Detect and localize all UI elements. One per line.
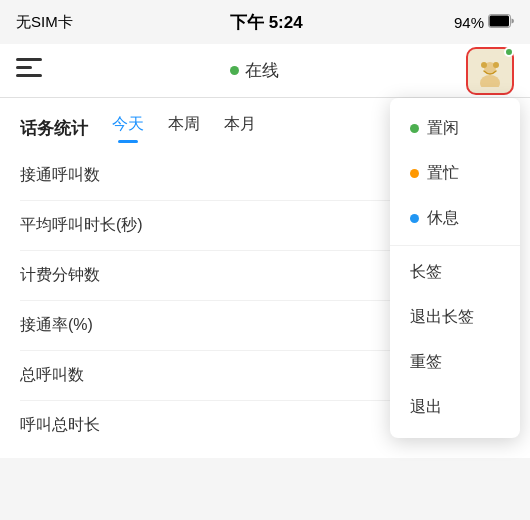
stat-label-connect-rate: 接通率(%) <box>20 315 93 336</box>
dropdown-item-rest[interactable]: 休息 <box>390 196 520 241</box>
svg-point-8 <box>493 62 499 68</box>
menu-icon[interactable] <box>16 58 42 84</box>
section-title: 话务统计 <box>20 117 88 140</box>
svg-point-9 <box>481 62 487 68</box>
tab-today[interactable]: 今天 <box>112 114 144 143</box>
status-bar: 无SIM卡 下午 5:24 94% <box>0 0 530 44</box>
avatar-button[interactable] <box>466 47 514 95</box>
battery-label: 94% <box>454 14 484 31</box>
resign-label: 重签 <box>410 352 442 373</box>
dropdown-divider-1 <box>390 245 520 246</box>
busy-dot <box>410 169 419 178</box>
avatar-status-dot <box>504 47 514 57</box>
dropdown-item-long-sign[interactable]: 长签 <box>390 250 520 295</box>
exit-label: 退出 <box>410 397 442 418</box>
busy-label: 置忙 <box>427 163 459 184</box>
online-label: 在线 <box>245 59 279 82</box>
exit-long-sign-label: 退出长签 <box>410 307 474 328</box>
svg-rect-1 <box>489 15 509 26</box>
tab-month[interactable]: 本月 <box>224 114 256 143</box>
status-time: 下午 5:24 <box>230 11 303 34</box>
rest-dot <box>410 214 419 223</box>
battery-icon <box>488 14 514 31</box>
dropdown-menu: 置闲 置忙 休息 长签 退出长签 重签 退出 <box>390 98 520 438</box>
tab-week[interactable]: 本周 <box>168 114 200 143</box>
carrier-label: 无SIM卡 <box>16 13 73 32</box>
stat-label-billed-minutes: 计费分钟数 <box>20 265 100 286</box>
idle-label: 置闲 <box>427 118 459 139</box>
dropdown-item-busy[interactable]: 置忙 <box>390 151 520 196</box>
dropdown-item-idle[interactable]: 置闲 <box>390 106 520 151</box>
online-dot <box>230 66 239 75</box>
nav-bar: 在线 <box>0 44 530 98</box>
status-right: 94% <box>454 14 514 31</box>
stat-label-total-calls: 总呼叫数 <box>20 365 84 386</box>
stat-label-total-duration: 呼叫总时长 <box>20 415 100 436</box>
dropdown-item-exit-long-sign[interactable]: 退出长签 <box>390 295 520 340</box>
svg-rect-4 <box>16 74 42 77</box>
rest-label: 休息 <box>427 208 459 229</box>
stat-label-avg-duration: 平均呼叫时长(秒) <box>20 215 143 236</box>
dropdown-item-resign[interactable]: 重签 <box>390 340 520 385</box>
idle-dot <box>410 124 419 133</box>
long-sign-label: 长签 <box>410 262 442 283</box>
svg-rect-3 <box>16 66 32 69</box>
dropdown-item-exit[interactable]: 退出 <box>390 385 520 430</box>
nav-status: 在线 <box>230 59 279 82</box>
status-left: 无SIM卡 <box>16 13 79 32</box>
svg-rect-2 <box>16 58 42 61</box>
stat-label-calls-connected: 接通呼叫数 <box>20 165 100 186</box>
